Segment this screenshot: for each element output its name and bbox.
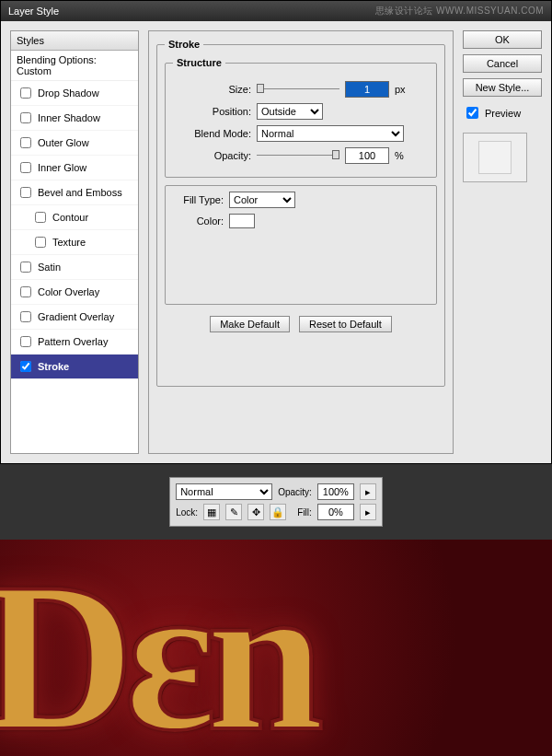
label: Inner Shadow [38, 112, 100, 123]
checkbox[interactable] [35, 237, 46, 248]
preview-swatch [463, 133, 527, 182]
checkbox[interactable] [20, 311, 31, 322]
label: Inner Glow [38, 162, 86, 173]
blend-label: Blend Mode: [173, 128, 251, 139]
label: Stroke [38, 361, 69, 372]
checkbox[interactable] [20, 87, 31, 99]
position-label: Position: [173, 106, 251, 117]
styles-list: Styles Blending Options: Custom Drop Sha… [10, 30, 139, 454]
dialog-buttons: OK Cancel New Style... Preview [463, 30, 542, 454]
reset-default-button[interactable]: Reset to Default [299, 316, 392, 332]
fill-input[interactable] [317, 504, 354, 520]
checkbox[interactable] [35, 212, 46, 223]
size-slider[interactable] [257, 82, 339, 97]
fill-group: Fill Type: Color Color: [165, 185, 437, 305]
layer-opacity-input[interactable] [317, 483, 354, 500]
style-row-drop-shadow[interactable]: Drop Shadow [11, 81, 138, 106]
preview-checkbox[interactable] [466, 107, 478, 119]
label: Gradient Overlay [38, 311, 114, 322]
style-row-stroke[interactable]: Stroke [11, 355, 138, 379]
blend-select[interactable]: Normal [257, 125, 404, 142]
label: Color Overlay [38, 286, 99, 297]
fill-label: Fill: [297, 507, 312, 518]
layer-opacity-label: Opacity: [278, 487, 312, 497]
label: Drop Shadow [38, 87, 99, 99]
cancel-button[interactable]: Cancel [463, 54, 542, 73]
blending-options-row[interactable]: Blending Options: Custom [11, 51, 138, 81]
opacity-slider[interactable] [257, 148, 339, 163]
label: Bevel and Emboss [38, 187, 122, 198]
style-row-inner-shadow[interactable]: Inner Shadow [11, 106, 138, 131]
checkbox[interactable] [20, 162, 31, 173]
result-preview: Dεn [0, 540, 552, 756]
opacity-unit: % [395, 150, 404, 161]
lock-all-icon[interactable]: 🔒 [270, 504, 286, 520]
layer-palette-strip: Normal Opacity: ▸ Lock: ▦ ✎ ✥ 🔒 Fill: ▸ [0, 464, 552, 540]
style-row-gradient-overlay[interactable]: Gradient Overlay [11, 305, 138, 330]
lock-pixels-icon[interactable]: ✎ [225, 504, 242, 520]
checkbox[interactable] [20, 187, 31, 198]
checkbox[interactable] [20, 336, 31, 347]
structure-title: Structure [173, 57, 225, 68]
titlebar: Layer Style 思缘设计论坛 WWW.MISSYUAN.COM [1, 1, 551, 21]
color-swatch[interactable] [229, 214, 255, 228]
new-style-button[interactable]: New Style... [463, 78, 542, 97]
style-row-outer-glow[interactable]: Outer Glow [11, 131, 138, 156]
opacity-input[interactable] [345, 147, 389, 164]
preview-label: Preview [485, 108, 521, 119]
stroke-group: Stroke Structure Size: px Position: Outs… [156, 39, 445, 387]
color-label: Color: [173, 215, 224, 227]
watermark: 思缘设计论坛 WWW.MISSYUAN.COM [375, 5, 544, 17]
flyout-icon[interactable]: ▸ [360, 483, 376, 500]
label: Pattern Overlay [38, 336, 108, 347]
style-row-texture[interactable]: Texture [11, 230, 138, 255]
styles-header[interactable]: Styles [11, 31, 138, 51]
filltype-select[interactable]: Color [229, 192, 295, 208]
size-input[interactable] [345, 81, 389, 98]
size-unit: px [395, 84, 406, 95]
checkbox[interactable] [20, 286, 31, 297]
stroke-title: Stroke [165, 39, 203, 50]
ok-button[interactable]: OK [463, 30, 542, 49]
label: Outer Glow [38, 137, 89, 148]
structure-group: Structure Size: px Position: Outside Ble… [165, 57, 437, 178]
lock-label: Lock: [176, 507, 198, 518]
checkbox[interactable] [20, 137, 31, 148]
lock-position-icon[interactable]: ✥ [247, 504, 264, 520]
layer-blend-select[interactable]: Normal [176, 483, 272, 500]
label: Satin [38, 262, 61, 273]
make-default-button[interactable]: Make Default [210, 316, 290, 332]
style-row-contour[interactable]: Contour [11, 205, 138, 230]
layer-style-dialog: Layer Style 思缘设计论坛 WWW.MISSYUAN.COM Styl… [0, 0, 552, 464]
stroke-panel: Stroke Structure Size: px Position: Outs… [148, 30, 454, 454]
checkbox[interactable] [20, 361, 31, 372]
size-label: Size: [173, 84, 251, 95]
position-select[interactable]: Outside [257, 103, 323, 120]
opacity-label: Opacity: [173, 150, 251, 161]
checkbox[interactable] [20, 262, 31, 273]
style-row-satin[interactable]: Satin [11, 255, 138, 280]
fill-flyout-icon[interactable]: ▸ [360, 504, 376, 520]
style-row-bevel-emboss[interactable]: Bevel and Emboss [11, 180, 138, 205]
style-row-inner-glow[interactable]: Inner Glow [11, 156, 138, 180]
preview-text: Dεn [0, 540, 315, 756]
dialog-title: Layer Style [8, 6, 59, 17]
checkbox[interactable] [20, 112, 31, 123]
filltype-label: Fill Type: [173, 194, 224, 205]
label: Texture [52, 237, 86, 248]
style-row-pattern-overlay[interactable]: Pattern Overlay [11, 330, 138, 355]
lock-transparency-icon[interactable]: ▦ [203, 504, 220, 520]
style-row-color-overlay[interactable]: Color Overlay [11, 280, 138, 305]
label: Contour [52, 212, 88, 223]
